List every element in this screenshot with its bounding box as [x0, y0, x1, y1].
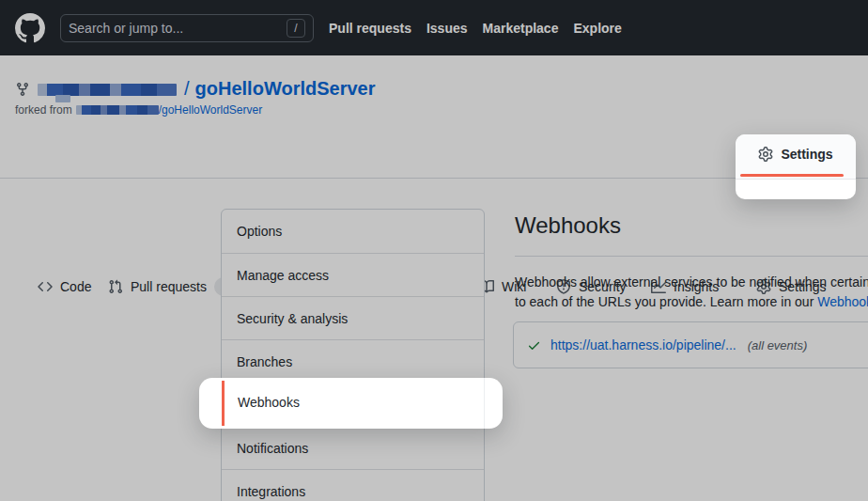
- webhooks-active-indicator: [222, 381, 225, 426]
- webhooks-item-spotlight[interactable]: Webhooks: [199, 378, 503, 429]
- github-settings-page: / Pull requests Issues Marketplace Explo…: [0, 0, 868, 501]
- gear-icon: [758, 147, 773, 162]
- sidebar-item-webhooks-highlighted[interactable]: Webhooks: [238, 395, 300, 410]
- tab-settings-label: Settings: [781, 147, 832, 162]
- tab-bar-bottom-border: [736, 179, 856, 180]
- settings-tab-spotlight[interactable]: Settings: [736, 134, 856, 199]
- sidebar-right-border: [484, 378, 485, 429]
- settings-tab-active-underline: [740, 174, 844, 177]
- tab-settings-highlighted[interactable]: Settings: [736, 147, 856, 162]
